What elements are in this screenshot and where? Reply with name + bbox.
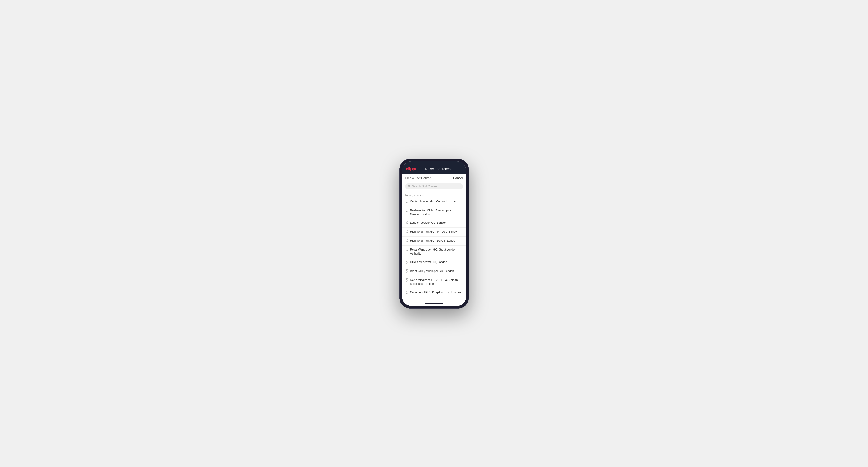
- location-pin-icon: [405, 200, 408, 204]
- course-name: Richmond Park GC - Duke's, London: [410, 239, 457, 243]
- location-pin-icon: [405, 221, 408, 225]
- svg-line-1: [409, 187, 410, 187]
- location-pin-icon: [405, 260, 408, 265]
- course-name: Royal Wimbledon GC, Great London Authori…: [410, 248, 463, 256]
- location-pin-icon: [405, 209, 408, 213]
- course-name: North Middlesex GC (1011942 - North Midd…: [410, 278, 463, 286]
- svg-point-11: [406, 291, 407, 292]
- course-list-item[interactable]: North Middlesex GC (1011942 - North Midd…: [402, 276, 466, 289]
- location-pin-icon: [405, 239, 408, 243]
- home-indicator: [425, 304, 443, 304]
- search-svg: [408, 185, 411, 188]
- search-container: Search Golf Course: [402, 182, 466, 192]
- course-name: Richmond Park GC - Prince's, Surrey: [410, 230, 457, 234]
- menu-line-1: [458, 167, 462, 168]
- main-content: Find a Golf Course Cancel Search Golf Co…: [402, 174, 466, 306]
- svg-point-7: [406, 249, 407, 249]
- location-pin-icon: [405, 291, 408, 295]
- course-list-item[interactable]: Central London Golf Centre, London: [402, 197, 466, 207]
- course-list-item[interactable]: Coombe Hill GC, Kingston upon Thames: [402, 288, 466, 297]
- courses-list: Nearby courses Central London Golf Centr…: [402, 192, 466, 306]
- menu-line-2: [458, 169, 462, 169]
- course-list-item[interactable]: Brent Valley Municipal GC, London: [402, 267, 466, 276]
- nav-bar: clippd Recent Searches: [402, 165, 466, 174]
- nav-title: Recent Searches: [425, 167, 450, 171]
- course-list-item[interactable]: Richmond Park GC - Duke's, London: [402, 237, 466, 246]
- svg-point-10: [406, 279, 407, 280]
- app-logo: clippd: [406, 166, 418, 172]
- menu-line-3: [458, 170, 462, 170]
- course-list-item[interactable]: Roehampton Club - Roehampton, Greater Lo…: [402, 207, 466, 219]
- course-list-item[interactable]: Richmond Park GC - Prince's, Surrey: [402, 228, 466, 237]
- course-list-item[interactable]: London Scottish GC, London: [402, 219, 466, 228]
- svg-point-2: [406, 200, 407, 201]
- course-name: Coombe Hill GC, Kingston upon Thames: [410, 290, 461, 294]
- location-pin-icon: [405, 278, 408, 283]
- cancel-button[interactable]: Cancel: [453, 176, 463, 180]
- course-list-item[interactable]: Dukes Meadows GC, London: [402, 258, 466, 267]
- find-header: Find a Golf Course Cancel: [402, 174, 466, 182]
- menu-icon[interactable]: [458, 167, 462, 170]
- phone-screen: clippd Recent Searches Find a Golf Cours…: [402, 161, 466, 306]
- svg-point-8: [406, 261, 407, 262]
- course-name: Dukes Meadows GC, London: [410, 260, 447, 264]
- course-list-item[interactable]: Royal Wimbledon GC, Great London Authori…: [402, 246, 466, 258]
- svg-point-3: [406, 210, 407, 210]
- courses-container: Central London Golf Centre, London Roeha…: [402, 197, 466, 297]
- course-name: Roehampton Club - Roehampton, Greater Lo…: [410, 209, 463, 217]
- svg-point-4: [406, 222, 407, 222]
- course-name: Central London Golf Centre, London: [410, 199, 456, 204]
- status-bar: [402, 161, 466, 165]
- svg-point-0: [408, 185, 410, 187]
- search-placeholder[interactable]: Search Golf Course: [412, 185, 460, 188]
- location-pin-icon: [405, 248, 408, 252]
- location-pin-icon: [405, 230, 408, 234]
- location-pin-icon: [405, 270, 408, 274]
- course-name: London Scottish GC, London: [410, 221, 446, 225]
- svg-point-6: [406, 240, 407, 241]
- search-icon: [408, 185, 411, 188]
- svg-point-9: [406, 270, 407, 271]
- nearby-label: Nearby courses: [402, 192, 466, 197]
- find-golf-course-title: Find a Golf Course: [405, 176, 431, 180]
- phone-device: clippd Recent Searches Find a Golf Cours…: [399, 159, 469, 309]
- svg-point-5: [406, 231, 407, 231]
- search-box[interactable]: Search Golf Course: [405, 183, 463, 189]
- course-name: Brent Valley Municipal GC, London: [410, 269, 454, 273]
